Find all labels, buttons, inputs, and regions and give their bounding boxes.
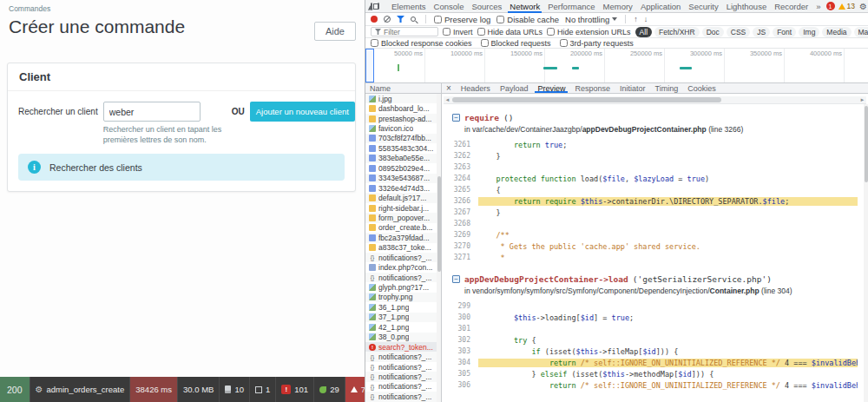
export-har-icon[interactable]: ↓ xyxy=(644,16,648,23)
settings-gear-icon[interactable] xyxy=(859,2,867,11)
3rd-party-requests-input[interactable] xyxy=(560,39,568,47)
memory-usage[interactable]: 30.0 MB xyxy=(178,377,220,402)
request-row[interactable]: prestashop-ad... xyxy=(365,114,441,123)
scroll-right-icon[interactable]: ► xyxy=(858,96,866,104)
toolbar-counter-forms[interactable]: 10 xyxy=(220,377,250,402)
http-status-badge[interactable]: 200 xyxy=(0,377,30,402)
request-row[interactable]: notifications?_... xyxy=(365,253,441,262)
tab-recorder[interactable]: Recorder xyxy=(771,0,812,13)
request-row[interactable]: search?_token... xyxy=(365,342,441,352)
request-row[interactable]: notifications?_... xyxy=(365,392,441,401)
detail-tab-preview[interactable]: Preview xyxy=(533,83,569,93)
request-row[interactable]: 42_1.png xyxy=(365,322,441,332)
add-new-client-button[interactable]: Ajouter un nouveau client xyxy=(250,102,355,122)
detail-tab-cookies[interactable]: Cookies xyxy=(683,83,720,93)
request-row[interactable]: 36_1.png xyxy=(365,302,441,312)
filter-chip-all[interactable]: All xyxy=(635,27,652,37)
warning-count-badge[interactable]: 13 xyxy=(838,2,855,10)
request-row[interactable]: glyph.png?17... xyxy=(365,282,441,292)
detail-tab-initiator[interactable]: Initiator xyxy=(615,83,650,93)
request-row[interactable]: form_popover... xyxy=(365,213,441,222)
toolbar-counter-templates[interactable]: 1 xyxy=(250,377,276,402)
names-scrollbar[interactable] xyxy=(437,94,441,402)
horizontal-scrollbar[interactable]: ◄ ► xyxy=(444,96,866,104)
filter-toggle-icon[interactable] xyxy=(397,16,404,23)
request-row[interactable]: trophy.png xyxy=(365,293,441,302)
request-row[interactable]: 3343e543687... xyxy=(365,174,441,183)
search-icon[interactable] xyxy=(411,16,416,22)
filter-chip-manifest[interactable]: Manifest xyxy=(854,27,868,37)
help-button[interactable]: Aide xyxy=(314,22,356,41)
filter-input-box[interactable] xyxy=(371,27,438,36)
request-row[interactable]: a838c37_toke... xyxy=(365,243,441,253)
error-count-badge[interactable]: 1 xyxy=(826,2,835,10)
preserve-log-input[interactable] xyxy=(434,16,442,23)
disable-cache-input[interactable] xyxy=(496,16,504,23)
hide-data-urls-input[interactable] xyxy=(477,28,485,36)
request-row[interactable]: 383eba0e55e... xyxy=(365,154,441,163)
preview-scrollbar[interactable] xyxy=(864,104,868,402)
clear-icon[interactable] xyxy=(384,16,391,23)
hide-extension-urls-checkbox[interactable]: Hide extension URLs xyxy=(547,28,631,36)
detail-tab-timing[interactable]: Timing xyxy=(650,83,682,93)
request-row[interactable]: notifications?_... xyxy=(365,372,441,381)
request-row[interactable]: i.jpg xyxy=(365,94,441,103)
blocked-response-cookies-checkbox[interactable]: Blocked response cookies xyxy=(371,39,472,48)
preserve-log-checkbox[interactable]: Preserve log xyxy=(434,15,490,24)
toolbar-counter-exceptions[interactable]: 77 xyxy=(345,377,365,402)
request-row[interactable]: index.php?con... xyxy=(365,262,441,272)
filter-chip-css[interactable]: CSS xyxy=(727,27,750,37)
import-har-icon[interactable]: ↑ xyxy=(634,16,638,23)
device-toolbar-icon[interactable] xyxy=(378,3,379,10)
request-row[interactable]: 3326e4d74d3... xyxy=(365,183,441,193)
filter-chip-doc[interactable]: Doc xyxy=(702,27,724,37)
tab-lighthouse[interactable]: Lighthouse xyxy=(723,0,770,13)
toolbar-counter-twig[interactable]: 29 xyxy=(314,377,345,402)
timeline-overview[interactable]: 50000 ms100000 ms150000 ms200000 ms25000… xyxy=(365,49,868,83)
filter-chip-fetch-xhr[interactable]: Fetch/XHR xyxy=(654,27,700,37)
tab-sources[interactable]: Sources xyxy=(468,0,505,13)
blocked-requests-checkbox[interactable]: Blocked requests xyxy=(481,39,551,48)
inspect-element-icon[interactable] xyxy=(371,3,372,10)
hide-extension-urls-input[interactable] xyxy=(547,28,555,36)
request-row[interactable]: 55835483c304... xyxy=(365,143,441,153)
tab-elements[interactable]: Elements xyxy=(388,0,430,13)
filter-chip-font[interactable]: Font xyxy=(773,27,796,37)
blocked-requests-input[interactable] xyxy=(481,39,489,47)
3rd-party-requests-checkbox[interactable]: 3rd-party requests xyxy=(560,39,634,48)
close-detail-icon[interactable] xyxy=(442,83,456,93)
scroll-left-icon[interactable]: ◄ xyxy=(444,96,451,104)
request-row[interactable]: notifications?_... xyxy=(365,382,441,392)
tab-performance[interactable]: Performance xyxy=(544,0,598,13)
breadcrumb[interactable]: Commandes xyxy=(9,4,50,13)
client-search-input[interactable] xyxy=(103,102,201,122)
hide-data-urls-checkbox[interactable]: Hide data URLs xyxy=(477,28,543,36)
detail-tab-headers[interactable]: Headers xyxy=(457,83,495,93)
filter-chip-media[interactable]: Media xyxy=(822,27,851,37)
tab-network[interactable]: Network xyxy=(506,0,543,13)
request-time[interactable]: 38426 ms xyxy=(130,377,178,402)
collapse-toggle-icon[interactable] xyxy=(452,275,460,283)
request-row[interactable]: fbc2a379fdad... xyxy=(365,233,441,242)
request-row[interactable]: order_create.b... xyxy=(365,223,441,233)
request-row[interactable]: 08952b029e4... xyxy=(365,163,441,173)
more-tabs-button[interactable]: » xyxy=(812,0,824,13)
blocked-response-cookies-input[interactable] xyxy=(371,39,378,47)
tab-memory[interactable]: Memory xyxy=(600,0,636,13)
invert-checkbox[interactable]: Invert xyxy=(443,28,473,36)
request-row[interactable]: default.js?17... xyxy=(365,193,441,202)
record-icon[interactable] xyxy=(371,16,378,23)
invert-input[interactable] xyxy=(443,28,450,36)
filter-input[interactable] xyxy=(384,28,434,36)
request-row[interactable]: 38_0.png xyxy=(365,333,441,342)
filter-chip-img[interactable]: Img xyxy=(799,27,819,37)
route-info[interactable]: admin_orders_create xyxy=(30,377,131,402)
request-row[interactable]: 37_1.png xyxy=(365,313,441,322)
detail-tab-response[interactable]: Response xyxy=(570,83,615,93)
request-row[interactable]: dashboard_lo... xyxy=(365,103,441,113)
request-row[interactable]: notifications?_... xyxy=(365,352,441,361)
request-row[interactable]: notifications?_... xyxy=(365,362,441,372)
collapse-toggle-icon[interactable] xyxy=(452,114,460,122)
tab-security[interactable]: Security xyxy=(685,0,721,13)
request-row[interactable]: right-sidebar.j... xyxy=(365,203,441,213)
